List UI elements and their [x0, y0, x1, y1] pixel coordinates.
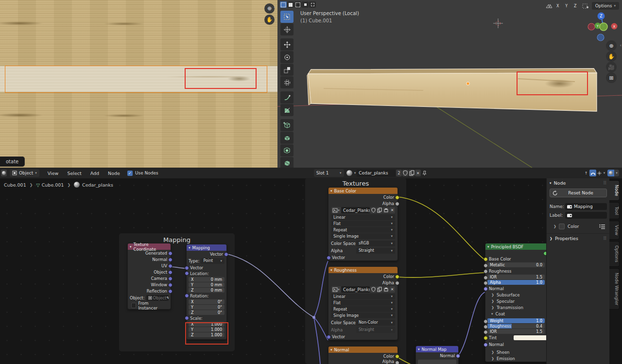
color-checkbox[interactable]	[559, 224, 565, 229]
rotation-x[interactable]: X0°	[189, 299, 225, 304]
viewport-camera-icon[interactable]: 🎥	[606, 62, 617, 72]
subsurface-panel[interactable]: ❯Subsurface	[485, 292, 547, 298]
tool-select-box[interactable]	[280, 11, 294, 23]
collapse-arrow-icon[interactable]: ‹	[620, 43, 622, 48]
tool-rotate[interactable]	[280, 51, 294, 63]
source-dropdown[interactable]: Single Image▾	[331, 233, 395, 239]
socket-color-out[interactable]	[395, 354, 399, 359]
projection-dropdown[interactable]: Flat▾	[331, 300, 395, 306]
object-picker-field[interactable]: Object ✎	[146, 295, 169, 301]
socket-scale[interactable]	[185, 316, 189, 320]
slot-dropdown[interactable]: Slot 1▾	[314, 169, 344, 177]
tab-options[interactable]: Options	[609, 241, 620, 267]
socket-uv[interactable]	[168, 264, 173, 268]
socket-base-color[interactable]	[484, 257, 488, 261]
tool-annotate[interactable]	[280, 91, 294, 104]
viewport-pan-icon[interactable]: ✋	[606, 51, 617, 62]
mirror-z-button[interactable]: Z	[571, 2, 579, 9]
tool-scale[interactable]	[280, 64, 294, 76]
interpolation-dropdown[interactable]: Linear▾	[331, 294, 395, 299]
sheen-panel[interactable]: ❯Sheen	[485, 349, 547, 355]
use-nodes-checkbox[interactable]: ✓ Use Nodes	[127, 171, 158, 176]
socket-roughness[interactable]	[484, 269, 488, 274]
unpack-icon[interactable]	[383, 286, 389, 293]
pan-hand-icon[interactable]: ✋	[264, 15, 275, 25]
socket-vector-in[interactable]	[185, 266, 189, 270]
mirror-y-button[interactable]: Y	[563, 2, 570, 9]
socket-coat-tint[interactable]	[484, 336, 488, 340]
collapse-arrow-icon[interactable]: ‹	[274, 5, 276, 10]
node-label-field[interactable]	[565, 212, 607, 219]
node-image-texture-base-color[interactable]: ▾Base Color Color Alpha ▾ Cedar_Planks_t…	[328, 187, 398, 261]
coat-weight-slider[interactable]: Weight1.0	[487, 318, 545, 323]
navigation-gizmo[interactable]: Z Y X	[588, 11, 618, 43]
socket-coat-roughness[interactable]	[484, 325, 488, 329]
zoom-in-icon[interactable]: ⊕	[264, 3, 275, 14]
overlays-dropdown[interactable]: ▾	[614, 170, 619, 176]
socket-vector-in[interactable]	[327, 335, 331, 339]
node-panel-header[interactable]: ▾ Node ⠿	[547, 178, 610, 188]
socket-color-out[interactable]	[395, 195, 399, 200]
tool-add-cube[interactable]	[280, 119, 294, 131]
socket-location[interactable]	[185, 271, 189, 276]
rotation-z[interactable]: Z0°	[189, 310, 225, 315]
fake-user-shield-icon[interactable]	[402, 170, 408, 176]
reset-node-button[interactable]: Reset Node	[550, 189, 607, 197]
socket-coat-normal[interactable]	[484, 343, 488, 347]
socket-camera[interactable]	[168, 277, 173, 281]
socket-metallic[interactable]	[484, 263, 488, 268]
viewport-ortho-grid-icon[interactable]: ⊞	[606, 72, 617, 83]
tab-node-wrangler[interactable]: Node Wrangler	[609, 268, 620, 310]
coat-panel[interactable]: ▾Coat	[485, 311, 547, 317]
socket-window[interactable]	[168, 283, 173, 287]
unlink-icon[interactable]: ✕	[389, 207, 395, 213]
snap-icon[interactable]	[581, 3, 590, 9]
node-image-texture-roughness[interactable]: ▾Roughness Color Alpha ▾ Cedar_Planks_tr…	[328, 266, 398, 340]
viewport-zoom-icon[interactable]: ⊕	[606, 40, 617, 51]
select-mode-intersect[interactable]	[309, 1, 316, 8]
alpha-mode-dropdown[interactable]: Straight▾	[356, 327, 395, 333]
image-browse-icon[interactable]: ▾	[331, 207, 341, 213]
coat-tint-swatch[interactable]	[514, 335, 547, 340]
coat-roughness-slider[interactable]: Roughness0.4	[487, 324, 545, 329]
socket-coat-ior[interactable]	[484, 330, 488, 334]
socket-vector-out[interactable]	[224, 252, 228, 257]
ior-slider[interactable]: IOR1.5	[487, 275, 545, 279]
select-mode-extend[interactable]	[287, 1, 294, 8]
options-dropdown[interactable]: Options▾	[592, 2, 619, 10]
snap-toggle-icon[interactable]	[589, 170, 596, 176]
select-mode-subtract[interactable]	[294, 1, 301, 8]
tool-extrude[interactable]	[280, 132, 294, 144]
location-y[interactable]: Y0 mm	[189, 282, 225, 287]
menu-view[interactable]: View	[43, 171, 63, 176]
image-browse-icon[interactable]: ▾	[331, 286, 341, 293]
panel-drag-dots[interactable]: ⠿	[603, 236, 607, 241]
menu-add[interactable]: Add	[86, 171, 104, 176]
fake-user-shield-icon[interactable]	[370, 207, 376, 213]
socket-rotation[interactable]	[185, 294, 189, 298]
location-z[interactable]: Z0 mm	[189, 288, 225, 293]
users-count-badge[interactable]: 2	[396, 170, 402, 176]
material-sphere-icon[interactable]	[346, 170, 352, 176]
location-x[interactable]: X0 mm	[189, 277, 225, 282]
snap-mode-dropdown[interactable]: ▾	[597, 170, 605, 176]
socket-coat-weight[interactable]	[484, 319, 488, 324]
socket-reflection[interactable]	[168, 289, 173, 294]
panel-drag-dots[interactable]: ⠿	[603, 180, 607, 186]
node-normal-map[interactable]: ▾Normal Map Normal	[415, 346, 459, 364]
node-principled-bsdf[interactable]: ▾Principled BSDF Base Color Metallic0.0 …	[485, 243, 547, 362]
node-name-field[interactable]: Mapping	[565, 203, 607, 210]
socket-generated[interactable]	[168, 251, 173, 256]
socket-normal[interactable]	[168, 258, 173, 262]
socket-alpha[interactable]	[484, 281, 488, 285]
rotation-y[interactable]: Y0°	[189, 305, 225, 310]
eyedropper-icon[interactable]: ✎	[166, 295, 169, 300]
interpolation-dropdown[interactable]: Linear▾	[331, 214, 395, 220]
transmission-panel[interactable]: ❯Transmission	[485, 304, 547, 311]
unpack-icon[interactable]	[383, 207, 389, 213]
select-mode-invert[interactable]	[302, 1, 309, 8]
tab-node[interactable]: Node	[609, 180, 620, 201]
tool-move[interactable]	[280, 38, 294, 51]
select-mode-set[interactable]	[280, 1, 287, 8]
tab-tool[interactable]: Tool	[609, 202, 620, 219]
